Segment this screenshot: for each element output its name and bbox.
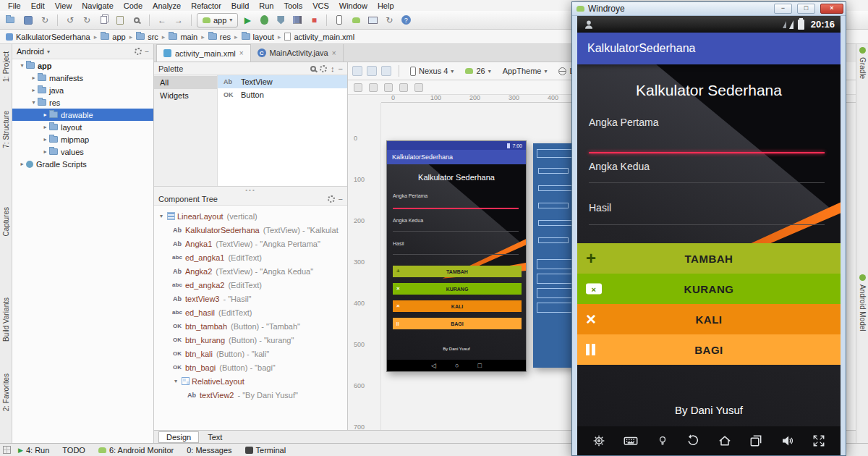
chevron-down-icon[interactable]: ▾ — [18, 62, 26, 69]
preview-button-tambah[interactable]: + TAMBAH — [393, 266, 522, 277]
kurang-button[interactable]: × KURANG — [577, 274, 841, 304]
preview-footer[interactable]: By Dani Yusuf — [387, 347, 526, 351]
tree-item-btn-kali[interactable]: OK btn_kali (Button) - "kali" — [154, 347, 347, 360]
run-button[interactable]: ▶ — [240, 13, 255, 28]
volume-icon[interactable] — [780, 434, 795, 448]
keyboard-icon[interactable] — [623, 433, 639, 449]
preview-edittext-angka1[interactable] — [393, 208, 519, 209]
stop-button[interactable]: ■ — [307, 13, 321, 28]
close-button[interactable]: × — [820, 4, 843, 14]
theme-select[interactable]: AppTheme ▾ — [499, 64, 551, 78]
emulator-title-bar[interactable]: Windroye − □ × — [572, 2, 846, 16]
tool-tab-build-variants[interactable]: Build Variants — [2, 297, 10, 342]
chevron-right-icon[interactable]: ▸ — [30, 75, 38, 81]
close-icon[interactable]: × — [239, 49, 244, 57]
forward-arrow-icon[interactable]: → — [171, 13, 186, 28]
copy-icon[interactable] — [96, 13, 111, 28]
preview-heading[interactable]: Kalkulator Sederhana — [387, 173, 526, 182]
gear-icon[interactable] — [320, 65, 327, 72]
chevron-right-icon[interactable]: ▸ — [41, 136, 49, 143]
chevron-down-icon[interactable]: ▾ — [157, 213, 166, 219]
tambah-button[interactable]: + TAMBAH — [577, 243, 841, 274]
tree-item-linearlayout[interactable]: ▾ LinearLayout (vertical) — [154, 209, 347, 223]
project-item-res[interactable]: ▾ res — [12, 96, 153, 109]
statusbar-android-monitor[interactable]: 6: Android Monitor — [93, 446, 179, 455]
tool-tab-project[interactable]: 1: Project — [2, 51, 10, 82]
settings-gear-icon[interactable] — [592, 434, 606, 448]
preview-action-bar[interactable]: KalkulatorSederhana — [387, 150, 526, 164]
help-icon[interactable]: ? — [399, 13, 413, 28]
tab-text[interactable]: Text — [200, 431, 229, 443]
edittext-angka1[interactable] — [589, 152, 825, 153]
fullscreen-icon[interactable] — [812, 434, 826, 448]
project-item-app[interactable]: ▾ app — [12, 59, 153, 72]
tool-tab-captures[interactable]: Captures — [2, 207, 10, 237]
gradle-sync-icon[interactable]: ↻ — [382, 13, 396, 28]
tool-tab-gradle[interactable]: Gradle — [859, 57, 867, 79]
close-icon[interactable]: × — [332, 49, 336, 57]
menu-refactor[interactable]: Refactor — [186, 1, 226, 10]
statusbar-terminal[interactable]: Terminal — [239, 446, 292, 455]
panel-splitter[interactable]: ••• — [154, 187, 347, 193]
home-nav-icon[interactable] — [718, 434, 732, 448]
open-icon[interactable] — [4, 13, 19, 28]
theme-variant-icon[interactable] — [381, 66, 391, 76]
menu-file[interactable]: File — [3, 1, 26, 10]
menu-tools[interactable]: Tools — [278, 1, 307, 10]
statusbar-messages[interactable]: 0: Messages — [181, 446, 237, 455]
sdk-manager-icon[interactable] — [349, 13, 363, 28]
tool-tab-favorites[interactable]: 2: Favorites — [2, 373, 10, 411]
tree-item-btn-tambah[interactable]: OK btn_tambah (Button) - "Tambah" — [154, 319, 347, 333]
project-item-manifests[interactable]: ▸ manifests — [12, 72, 153, 84]
preview-label-angka2[interactable]: Angka Kedua — [393, 218, 423, 223]
edittext-hasil[interactable] — [589, 224, 825, 225]
run-config-select[interactable]: app ▾ — [197, 13, 238, 28]
coverage-icon[interactable] — [273, 13, 288, 28]
menu-code[interactable]: Code — [119, 1, 148, 10]
tab-activity-main-xml[interactable]: activity_main.xml × — [156, 44, 251, 62]
chevron-right-icon[interactable]: ▸ — [18, 161, 26, 167]
zoom-out-icon[interactable] — [399, 83, 408, 92]
breadcrumb-file[interactable]: activity_main.xml — [283, 33, 356, 41]
breadcrumb-layout[interactable]: layout — [240, 33, 276, 41]
show-design-icon[interactable] — [354, 83, 362, 92]
project-view-select[interactable]: Android — [17, 47, 44, 56]
tree-item-relativelayout[interactable]: ▾ RelativeLayout — [154, 374, 347, 388]
api-level-select[interactable]: 26 ▾ — [461, 64, 494, 78]
breadcrumb-project[interactable]: KalkulatorSederhana — [4, 33, 92, 41]
tab-mainactivity-java[interactable]: C MainActivity.java × — [251, 44, 344, 62]
search-icon[interactable] — [129, 13, 144, 28]
collapse-icon[interactable]: − — [145, 48, 149, 56]
avd-manager-icon[interactable] — [332, 13, 346, 28]
pan-icon[interactable] — [414, 83, 423, 92]
menu-help[interactable]: Help — [373, 1, 399, 10]
lightbulb-icon[interactable] — [656, 434, 669, 447]
palette-item-textview[interactable]: Ab TextView — [218, 75, 347, 88]
back-arrow-icon[interactable]: ← — [155, 13, 169, 28]
preview-edittext-angka2[interactable] — [393, 231, 519, 232]
project-item-mipmap[interactable]: ▸ mipmap — [12, 133, 153, 145]
menu-window[interactable]: Window — [334, 1, 373, 10]
paste-icon[interactable] — [113, 13, 127, 28]
minimize-button[interactable]: − — [774, 4, 792, 14]
menu-run[interactable]: Run — [254, 1, 278, 10]
chevron-right-icon[interactable]: ▸ — [41, 111, 49, 118]
project-item-gradle-scripts[interactable]: ▸ Gradle Scripts — [12, 158, 153, 170]
preview-button-kali[interactable]: × KALI — [393, 300, 522, 312]
gear-icon[interactable] — [328, 195, 335, 203]
show-blueprint-icon[interactable] — [369, 83, 378, 92]
statusbar-run[interactable]: ▶ 4: Run — [12, 446, 55, 455]
tree-item-textview2[interactable]: Ab textView2 - "By Dani Yusuf" — [154, 388, 347, 402]
chevron-down-icon[interactable]: ▾ — [171, 378, 180, 384]
bagi-button[interactable]: BAGI — [577, 334, 841, 365]
device-select[interactable]: Nexus 4 ▾ — [407, 64, 457, 78]
android-monitor-icon[interactable] — [365, 13, 380, 28]
orientation-icon[interactable] — [367, 66, 377, 76]
breadcrumb-app[interactable]: app — [99, 33, 127, 41]
edittext-angka2[interactable] — [589, 182, 825, 183]
tool-tab-android-model[interactable]: Android Model — [859, 284, 867, 331]
minimize-icon[interactable]: − — [339, 64, 343, 73]
breadcrumb-res[interactable]: res — [207, 33, 232, 41]
breadcrumb-main[interactable]: main — [167, 33, 199, 41]
minimize-icon[interactable]: − — [339, 195, 343, 203]
